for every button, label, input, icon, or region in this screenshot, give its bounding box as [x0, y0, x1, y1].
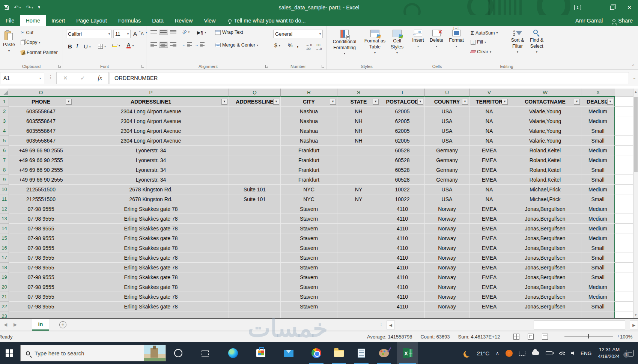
page-break-view-icon[interactable] [542, 334, 548, 340]
cell[interactable] [229, 243, 281, 253]
zoom-out-button[interactable]: − [558, 333, 561, 339]
format-as-table-button[interactable]: Format as Table ▾ [363, 28, 387, 55]
cell[interactable]: Medium [581, 155, 615, 165]
cell[interactable]: 4110 [380, 243, 425, 253]
accounting-format-button[interactable]: $▾ [273, 42, 281, 49]
cell[interactable] [337, 263, 380, 272]
normal-view-icon[interactable] [513, 334, 519, 340]
cell[interactable] [229, 224, 281, 233]
wrap-text-button[interactable]: Wrap Text [214, 29, 244, 35]
sheet-tab[interactable]: in [32, 319, 49, 331]
top-align-button[interactable] [149, 30, 158, 34]
font-family-select[interactable]: Calibri▾ [66, 30, 112, 38]
cell[interactable]: Germany [425, 165, 469, 175]
select-all-corner[interactable] [0, 89, 9, 97]
cell[interactable]: Valarie,Young [509, 136, 581, 146]
name-box[interactable]: A1▾ [0, 72, 44, 84]
align-right-button[interactable] [169, 42, 178, 47]
cell[interactable]: Erling Skakkes gate 78 [73, 263, 229, 272]
cell[interactable]: Norway [425, 204, 469, 214]
weather-moon-icon[interactable] [465, 350, 472, 356]
taskbar-search-input[interactable]: Type here to search [20, 345, 166, 361]
bottom-align-button[interactable] [169, 30, 178, 34]
zoom-in-button[interactable]: + [617, 333, 620, 339]
cell[interactable]: 4110 [380, 272, 425, 282]
row-number[interactable]: 7 [0, 155, 9, 165]
cell[interactable] [229, 263, 281, 272]
cell[interactable]: Germany [425, 146, 469, 155]
snip-tray-icon[interactable] [519, 351, 525, 356]
cell[interactable]: Roland,Keitel [509, 155, 581, 165]
header-cell[interactable]: POSTALCOD▼ [380, 97, 425, 107]
cell[interactable]: NYC [281, 194, 337, 204]
formula-input[interactable]: ORDERNUMBER [110, 72, 629, 84]
header-cell[interactable]: ADDRESSLINE▼ [229, 97, 281, 107]
blank-cell[interactable] [615, 311, 633, 319]
cell[interactable]: 60528 [380, 175, 425, 185]
filter-button[interactable]: ▼ [417, 99, 423, 105]
cell[interactable]: EMEA [469, 253, 509, 263]
cell[interactable]: +49 69 66 90 2555 [9, 146, 73, 155]
cell[interactable] [229, 302, 281, 311]
cell[interactable]: Erling Skakkes gate 78 [73, 253, 229, 263]
filter-button[interactable]: ▼ [502, 99, 508, 105]
new-sheet-button[interactable]: + [59, 321, 66, 328]
cell[interactable]: EMEA [469, 272, 509, 282]
cell[interactable]: Erling Skakkes gate 78 [73, 233, 229, 243]
cell[interactable] [337, 175, 380, 185]
clear-button[interactable]: Clear▾ [469, 49, 492, 55]
header-cell[interactable]: STATE▼ [337, 97, 380, 107]
cell[interactable]: Norway [425, 263, 469, 272]
cell[interactable]: USA [425, 185, 469, 194]
cell[interactable] [229, 272, 281, 282]
clipboard-dialog-launcher[interactable] [58, 65, 61, 68]
delete-cells-button[interactable]: ✕ Delete ▾ [427, 28, 445, 48]
cell[interactable]: Small [581, 253, 615, 263]
row-number[interactable]: 22 [0, 302, 9, 311]
column-header-blank[interactable] [615, 89, 633, 97]
cell[interactable]: Medium [581, 116, 615, 126]
cell[interactable]: EMEA [469, 224, 509, 233]
wifi-icon[interactable] [559, 352, 565, 355]
cell[interactable]: 10022 [380, 185, 425, 194]
speaker-icon[interactable] [571, 351, 574, 355]
tab-data[interactable]: Data [146, 15, 169, 26]
cell[interactable] [337, 146, 380, 155]
blank-cell[interactable] [615, 126, 633, 136]
blank-cell[interactable] [615, 185, 633, 194]
cell[interactable]: Nashua [281, 136, 337, 146]
cell[interactable] [581, 311, 615, 319]
cell[interactable]: Roland,Keitel [509, 175, 581, 185]
cell[interactable]: Lyonerstr. 34 [73, 146, 229, 155]
column-header-S[interactable]: S [337, 89, 380, 97]
borders-button[interactable]: ▾ [97, 44, 107, 49]
paste-button[interactable]: Paste ▾ [1, 29, 17, 53]
cell[interactable]: Michael,Frick [509, 194, 581, 204]
decrease-decimal-button[interactable]: .00→.0 [314, 43, 323, 51]
cell[interactable]: Stavern [281, 214, 337, 224]
filter-button[interactable]: ▼ [607, 99, 613, 105]
header-cell[interactable]: CITY▼ [281, 97, 337, 107]
cell[interactable]: Frankfurt [281, 155, 337, 165]
cell[interactable] [337, 224, 380, 233]
cell[interactable] [229, 282, 281, 292]
file-explorer-button[interactable] [330, 342, 348, 364]
next-sheet-icon[interactable]: ▶ [14, 322, 17, 327]
search-highlight-image[interactable] [144, 345, 166, 361]
restore-button[interactable] [603, 0, 621, 15]
cell[interactable]: Norway [425, 292, 469, 302]
font-dialog-launcher[interactable] [141, 65, 144, 68]
row-number[interactable]: 17 [0, 253, 9, 263]
row-number[interactable]: 23 [0, 311, 9, 319]
hidden-icons-button[interactable]: ∧ [496, 350, 499, 356]
tab-view[interactable]: View [198, 15, 221, 26]
cell[interactable]: Frankfurt [281, 175, 337, 185]
cell[interactable] [229, 253, 281, 263]
cell[interactable]: Suite 101 [229, 185, 281, 194]
expand-formula-bar-button[interactable]: ⌄ [633, 75, 636, 80]
cell[interactable]: Jonas,Bergulfsen [509, 263, 581, 272]
zoom-slider[interactable] [564, 336, 613, 337]
mail-button[interactable] [279, 342, 298, 364]
cell[interactable]: Norway [425, 214, 469, 224]
cell[interactable]: USA [425, 116, 469, 126]
